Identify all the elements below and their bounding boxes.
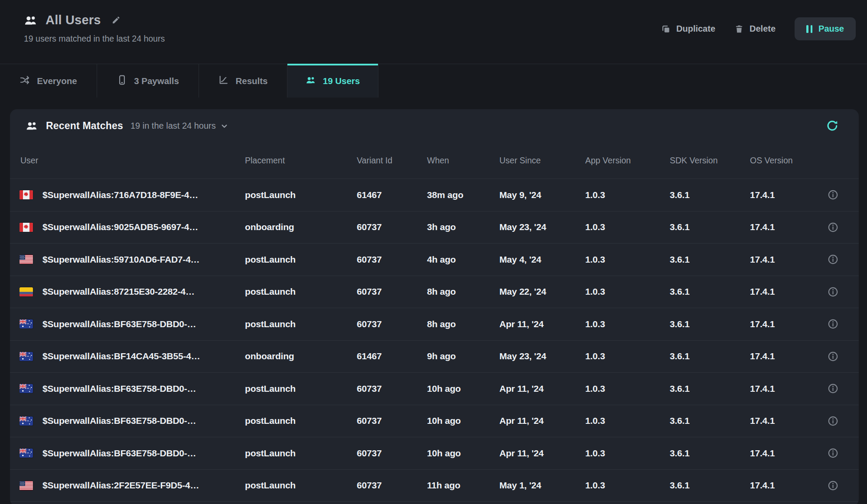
variant-id-cell: 60737 — [357, 448, 427, 458]
chevron-down-icon — [221, 122, 228, 130]
page-header: All Users 19 users matched in the last 2… — [0, 0, 867, 64]
placement-cell: postLaunch — [245, 254, 357, 265]
page-title: All Users — [46, 13, 101, 27]
info-icon[interactable] — [827, 318, 839, 330]
when-cell: 8h ago — [427, 319, 499, 329]
tab-paywalls[interactable]: 3 Paywalls — [97, 64, 199, 98]
info-icon[interactable] — [827, 447, 839, 459]
user-cell: $SuperwallAlias:2F2E57EE-F9D5-4… — [20, 480, 245, 491]
info-icon[interactable] — [827, 383, 839, 394]
os-version-cell: 17.4.1 — [750, 480, 827, 491]
tab-results[interactable]: Results — [199, 64, 287, 98]
info-icon[interactable] — [827, 351, 839, 362]
app-version-cell: 1.0.3 — [585, 190, 670, 200]
table-row[interactable]: $SuperwallAlias:BF63E758-DBD0-… postLaun… — [10, 405, 859, 438]
table-row[interactable]: $SuperwallAlias:59710AD6-FAD7-4… postLau… — [10, 244, 859, 276]
user-cell: $SuperwallAlias:BF63E758-DBD0-… — [20, 448, 245, 458]
actions-cell — [827, 254, 859, 265]
tab-label: 19 Users — [323, 76, 360, 86]
user-cell: $SuperwallAlias:9025ADB5-9697-4… — [20, 222, 245, 232]
audience-page: All Users 19 users matched in the last 2… — [0, 0, 867, 504]
placement-cell: postLaunch — [245, 319, 357, 329]
tab-users[interactable]: 19 Users — [287, 64, 378, 98]
user-cell: $SuperwallAlias:87215E30-2282-4… — [20, 286, 245, 297]
actions-cell — [827, 318, 859, 330]
table-row[interactable]: $SuperwallAlias:BF63E758-DBD0-… postLaun… — [10, 308, 859, 341]
variant-id-cell: 60737 — [357, 286, 427, 297]
placement-cell: postLaunch — [245, 480, 357, 491]
refresh-button[interactable] — [826, 119, 839, 132]
info-icon[interactable] — [827, 189, 839, 201]
user-cell: $SuperwallAlias:BF14CA45-3B55-4… — [20, 351, 245, 361]
usa-flag-icon — [20, 255, 33, 264]
actions-cell — [827, 189, 859, 201]
os-version-cell: 17.4.1 — [750, 286, 827, 297]
delete-button[interactable]: Delete — [734, 24, 776, 34]
users-icon — [306, 75, 316, 88]
user-cell: $SuperwallAlias:716A7D18-8F9E-4… — [20, 190, 245, 200]
sdk-version-cell: 3.6.1 — [670, 384, 750, 394]
sdk-version-cell: 3.6.1 — [670, 351, 750, 361]
variant-id-cell: 60737 — [357, 222, 427, 232]
user-since-cell: May 23, '24 — [499, 351, 585, 361]
actions-cell — [827, 447, 859, 459]
duplicate-label: Duplicate — [676, 24, 715, 34]
table-row[interactable]: $SuperwallAlias:87215E30-2282-4… postLau… — [10, 276, 859, 309]
pause-icon — [806, 25, 812, 33]
table-row[interactable]: $SuperwallAlias:9025ADB5-9697-4… onboard… — [10, 211, 859, 244]
pause-button[interactable]: Pause — [795, 17, 856, 40]
actions-cell — [827, 351, 859, 362]
when-cell: 38m ago — [427, 190, 499, 200]
info-icon[interactable] — [827, 221, 839, 233]
pencil-icon[interactable] — [111, 16, 121, 25]
line-chart-icon — [218, 75, 229, 88]
duplicate-button[interactable]: Duplicate — [661, 24, 715, 34]
user-since-cell: Apr 11, '24 — [499, 384, 585, 394]
trash-icon — [734, 24, 744, 34]
delete-label: Delete — [750, 24, 776, 34]
placement-cell: postLaunch — [245, 448, 357, 458]
info-icon[interactable] — [827, 415, 839, 427]
app-version-cell: 1.0.3 — [585, 480, 670, 491]
app-version-cell: 1.0.3 — [585, 384, 670, 394]
actions-cell — [827, 221, 859, 233]
info-icon[interactable] — [827, 480, 839, 491]
sdk-version-cell: 3.6.1 — [670, 480, 750, 491]
variant-id-cell: 60737 — [357, 480, 427, 491]
sdk-version-cell: 3.6.1 — [670, 190, 750, 200]
table-row[interactable]: $SuperwallAlias:BF63E758-DBD0-… postLaun… — [10, 373, 859, 405]
info-icon[interactable] — [827, 254, 839, 265]
user-since-cell: May 23, '24 — [499, 222, 585, 232]
user-since-cell: Apr 11, '24 — [499, 416, 585, 426]
table-row[interactable]: $SuperwallAlias:2F2E57EE-F9D5-4… postLau… — [10, 470, 859, 502]
sdk-version-cell: 3.6.1 — [670, 286, 750, 297]
when-cell: 10h ago — [427, 384, 499, 394]
header-actions: Duplicate Delete Pause — [661, 17, 856, 40]
user-alias: $SuperwallAlias:BF63E758-DBD0-… — [42, 448, 196, 458]
when-cell: 4h ago — [427, 254, 499, 265]
canada-flag-icon — [20, 223, 33, 232]
table-row[interactable]: $SuperwallAlias:BF14CA45-3B55-4… onboard… — [10, 341, 859, 373]
user-alias: $SuperwallAlias:BF63E758-DBD0-… — [42, 384, 196, 394]
placement-cell: onboarding — [245, 351, 357, 361]
refresh-icon — [826, 119, 839, 132]
usa-flag-icon — [20, 481, 33, 490]
table-row[interactable]: $SuperwallAlias:716A7D18-8F9E-4… postLau… — [10, 179, 859, 211]
user-cell: $SuperwallAlias:59710AD6-FAD7-4… — [20, 254, 245, 265]
app-version-cell: 1.0.3 — [585, 351, 670, 361]
os-version-cell: 17.4.1 — [750, 351, 827, 361]
column-header-os-version: OS Version — [750, 156, 827, 166]
time-range-dropdown[interactable]: 19 in the last 24 hours — [130, 121, 228, 131]
when-cell: 11h ago — [427, 480, 499, 491]
australia-flag-icon — [20, 352, 33, 361]
table-row[interactable]: $SuperwallAlias:BF63E758-DBD0-… postLaun… — [10, 437, 859, 470]
australia-flag-icon — [20, 416, 33, 426]
user-alias: $SuperwallAlias:716A7D18-8F9E-4… — [42, 190, 198, 200]
users-icon — [26, 120, 39, 131]
australia-flag-icon — [20, 384, 33, 393]
tab-label: Everyone — [37, 76, 77, 86]
user-since-cell: May 9, '24 — [499, 190, 585, 200]
info-icon[interactable] — [827, 286, 839, 298]
tab-label: Results — [235, 76, 267, 86]
tab-everyone[interactable]: Everyone — [0, 64, 97, 98]
